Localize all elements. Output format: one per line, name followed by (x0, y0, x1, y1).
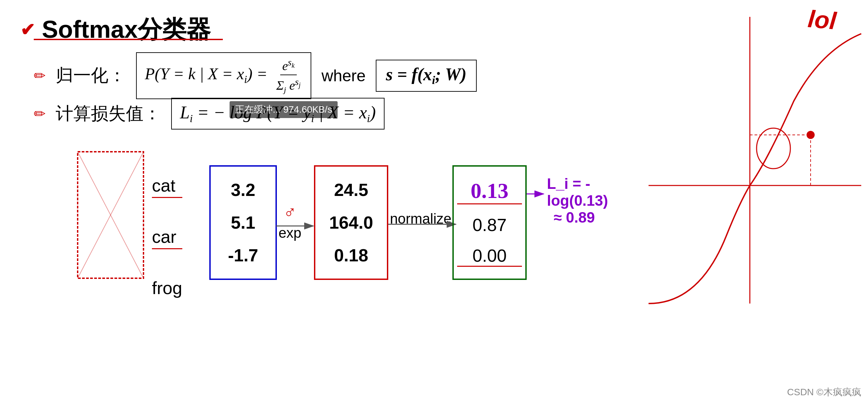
title-area: ✔ Softmax分类器 (20, 13, 211, 46)
exp-cat: 24.5 (334, 180, 368, 200)
score-cat: 3.2 (231, 180, 255, 200)
graph-svg: lol (632, 0, 868, 402)
class-car: car (152, 227, 176, 247)
svg-point-14 (757, 128, 790, 169)
li-approx: ≈ 0.89 (554, 209, 608, 226)
arrow-1-svg (276, 216, 317, 236)
download-indicator: 正在缓冲... 974.60KB/s (230, 101, 338, 118)
exp-values-box: 24.5 164.0 0.18 (314, 165, 388, 280)
page-title: Softmax分类器 (42, 13, 211, 46)
normalization-row: ✏ 归一化： P(Y = k | X = xi) = esk Σj esj wh… (34, 52, 477, 99)
watermark: CSDN ©木疯疯疯 (787, 386, 861, 399)
normalize-label: 归一化： (56, 64, 126, 87)
score-car: 5.1 (231, 212, 255, 233)
diagram-area: cat car frog 3.2 5.1 -1.7 ♂ exp 2 (68, 155, 608, 384)
svg-text:lol: lol (807, 5, 838, 34)
arrow-li-svg (527, 187, 547, 201)
class-frog: frog (152, 278, 182, 298)
class-cat: cat (152, 176, 175, 195)
li-annotation: L_i = -log(0.13) ≈ 0.89 (547, 175, 608, 226)
pencil-icon-1: ✏ (34, 67, 46, 84)
checkmark-icon: ✔ (20, 20, 35, 40)
li-formula: L_i = -log(0.13) (547, 175, 608, 209)
loss-label: 计算损失值： (56, 102, 161, 125)
exp-frog: 0.18 (334, 245, 368, 265)
sketch-box (74, 148, 149, 283)
title-underline (34, 39, 223, 40)
class-labels: cat car frog (152, 175, 182, 298)
prob-frog: 0.00 (457, 246, 522, 267)
exp-car: 164.0 (329, 212, 373, 233)
prob-box: 0.13 0.87 0.00 (452, 165, 527, 280)
where-text: where (321, 66, 366, 85)
score-frog: -1.7 (228, 245, 258, 265)
scores-box: 3.2 5.1 -1.7 (209, 165, 277, 280)
svg-point-13 (807, 131, 815, 139)
prob-cat: 0.13 (457, 178, 522, 204)
normalization-formula: P(Y = k | X = xi) = esk Σj esj (136, 52, 311, 99)
sf-formula: s = f(xi; W) (376, 60, 477, 91)
arrow-2-svg (388, 214, 459, 234)
prob-car: 0.87 (472, 215, 506, 235)
pencil-icon-2: ✏ (34, 106, 46, 122)
